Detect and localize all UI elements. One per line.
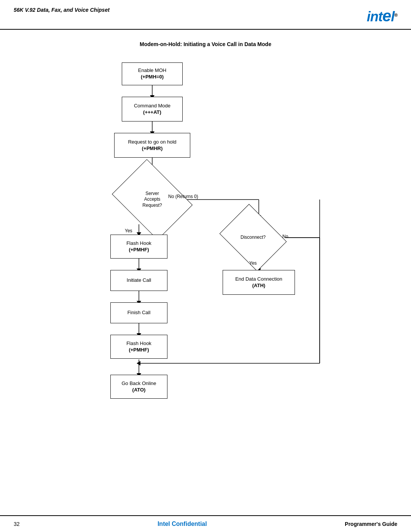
go-back-line2: (ATO) bbox=[132, 387, 146, 393]
enable-moh-line2: (+PMH=0) bbox=[141, 74, 164, 80]
command-mode-line2: (+++AT) bbox=[143, 109, 161, 116]
go-back-online-box: Go Back Online (ATO) bbox=[110, 375, 167, 399]
initiate-call-text: Initiate Call bbox=[127, 277, 151, 284]
flowchart: Enable MOH (+PMH=0) Command Mode (+++AT)… bbox=[61, 59, 350, 459]
intel-logo: intel® bbox=[367, 7, 397, 25]
request-hold-line2: (+PMHR) bbox=[142, 145, 163, 152]
flash-hook2-box: Flash Hook (+PMHF) bbox=[110, 335, 167, 359]
page-header: 56K V.92 Data, Fax, and Voice Chipset in… bbox=[0, 0, 411, 30]
end-data-line2: (ATH) bbox=[252, 283, 265, 289]
server-line2: Accepts bbox=[144, 197, 161, 202]
server-line3: Request? bbox=[142, 203, 162, 208]
flowchart-arrows bbox=[61, 59, 350, 459]
request-hold-box: Request to go on hold (+PMHR) bbox=[114, 133, 190, 158]
no-returns-label: No (Returns 0) bbox=[168, 194, 198, 199]
command-mode-box: Command Mode (+++AT) bbox=[122, 97, 183, 121]
finish-call-box: Finish Call bbox=[110, 302, 167, 323]
request-hold-line1: Request to go on hold bbox=[128, 139, 176, 145]
enable-moh-line1: Enable MOH bbox=[138, 67, 166, 74]
diamond-inner: Server Accepts Request? bbox=[120, 175, 185, 224]
page-number: 32 bbox=[14, 521, 20, 527]
flash-hook2-line2: (+PMHF) bbox=[129, 347, 149, 353]
flash-hook1-line1: Flash Hook bbox=[126, 240, 151, 247]
server-line1: Server bbox=[145, 191, 159, 196]
page-footer: 32 Intel Confidential Programmer's Guide bbox=[0, 515, 411, 532]
finish-call-text: Finish Call bbox=[127, 310, 151, 316]
flash-hook1-line2: (+PMHF) bbox=[129, 247, 149, 253]
enable-moh-box: Enable MOH (+PMH=0) bbox=[122, 62, 183, 85]
flash-hook1-box: Flash Hook (+PMHF) bbox=[110, 235, 167, 259]
go-back-line1: Go Back Online bbox=[121, 380, 156, 387]
yes2-label: Yes bbox=[249, 260, 257, 266]
footer-right: Programmer's Guide bbox=[345, 521, 397, 527]
diagram-title: Modem-on-Hold: Initiating a Voice Call i… bbox=[14, 41, 397, 47]
server-accepts-text: Server Accepts Request? bbox=[142, 191, 162, 209]
initiate-call-box: Initiate Call bbox=[110, 270, 167, 291]
end-data-box: End Data Connection (ATH) bbox=[223, 270, 295, 295]
intel-logo-text: intel bbox=[367, 9, 394, 24]
command-mode-line1: Command Mode bbox=[134, 103, 170, 109]
disconnect-text: Disconnect? bbox=[241, 235, 266, 241]
disconnect-diamond-inner: Disconnect? bbox=[226, 217, 280, 259]
no2-label: No bbox=[282, 234, 288, 239]
svg-marker-24 bbox=[137, 361, 140, 366]
disconnect-diamond: Disconnect? bbox=[226, 217, 280, 259]
document-title: 56K V.92 Data, Fax, and Voice Chipset bbox=[14, 7, 110, 13]
main-content: Modem-on-Hold: Initiating a Voice Call i… bbox=[0, 30, 411, 470]
footer-center: Intel Confidential bbox=[158, 521, 207, 527]
flash-hook2-line1: Flash Hook bbox=[126, 340, 151, 347]
server-accepts-diamond: Server Accepts Request? bbox=[120, 175, 185, 224]
end-data-line1: End Data Connection bbox=[235, 276, 282, 283]
